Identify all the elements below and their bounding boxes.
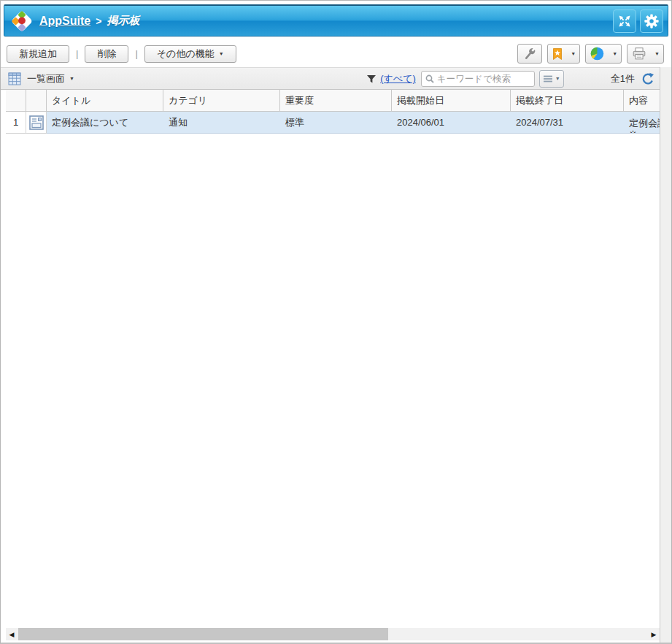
table-header-row: タイトル カテゴリ 重要度 掲載開始日 掲載終了日 内容 — [6, 90, 660, 112]
scroll-left-button[interactable]: ◀ — [6, 628, 18, 640]
column-header-end-date[interactable]: 掲載終了日 — [511, 90, 624, 111]
column-header-rownum — [6, 90, 26, 111]
app-titlebar: AppSuite > 掲示板 — [4, 4, 668, 37]
table-row[interactable]: 1 定例会議について 通知 標準 2024/06/01 2024/07/31 — [6, 112, 660, 134]
vertical-scrollbar-gutter — [660, 67, 671, 643]
gear-icon — [644, 13, 660, 29]
fullscreen-button[interactable] — [613, 9, 636, 33]
toolbar-divider: | — [76, 48, 78, 59]
app-window: AppSuite > 掲示板 — [0, 0, 672, 644]
bookmark-button[interactable]: ▼ — [547, 44, 580, 64]
appsuite-logo-icon — [10, 9, 34, 33]
search-box — [421, 71, 535, 87]
cell-title: 定例会議について — [47, 112, 163, 134]
record-icon-cell — [26, 112, 47, 134]
cell-start-date: 2024/06/01 — [392, 112, 511, 134]
column-header-content[interactable]: 内容 — [624, 90, 660, 111]
scrollbar-track[interactable] — [18, 628, 648, 640]
refresh-icon — [641, 72, 654, 85]
dropdown-arrow-icon: ▼ — [571, 51, 576, 56]
search-input[interactable] — [437, 74, 531, 84]
list-lines-icon — [543, 74, 553, 83]
dropdown-arrow-icon: ▼ — [219, 51, 224, 56]
cell-content: 定例会議 ※… — [624, 112, 660, 134]
column-header-importance[interactable]: 重要度 — [280, 90, 392, 111]
record-count: 全1件 — [611, 72, 635, 85]
empty-list-area — [1, 134, 660, 628]
settings-button[interactable] — [640, 9, 663, 33]
more-functions-button[interactable]: その他の機能 ▼ — [144, 45, 236, 63]
column-header-title[interactable]: タイトル — [47, 90, 163, 111]
horizontal-scrollbar: ◀ ▶ — [6, 628, 660, 640]
page: AppSuite > 掲示板 — [0, 0, 672, 644]
breadcrumb-separator: > — [96, 15, 101, 27]
chart-button[interactable]: ▼ — [585, 44, 622, 64]
filter-all-link[interactable]: (すべて) — [380, 72, 416, 85]
row-number-cell: 1 — [6, 112, 26, 134]
cell-importance: 標準 — [280, 112, 392, 134]
list-panel: 一覧画面 ▼ (すべて) — [1, 67, 660, 643]
toolbar: 新規追加 | 削除 | その他の機能 ▼ ▼ — [7, 44, 664, 64]
scroll-right-button[interactable]: ▶ — [648, 628, 660, 640]
breadcrumb-app-link[interactable]: AppSuite — [39, 15, 90, 28]
cell-end-date: 2024/07/31 — [511, 112, 624, 134]
column-header-start-date[interactable]: 掲載開始日 — [392, 90, 511, 111]
page-title: 掲示板 — [107, 14, 139, 28]
column-header-icon — [26, 90, 47, 111]
dropdown-arrow-icon: ▼ — [69, 76, 74, 81]
wrench-icon — [522, 46, 538, 62]
bookmark-star-icon — [552, 47, 563, 61]
sort-options-button[interactable]: ▼ — [539, 70, 564, 88]
app-settings-button[interactable] — [517, 44, 542, 64]
new-record-button[interactable]: 新規追加 — [7, 45, 69, 63]
dropdown-arrow-icon: ▼ — [612, 51, 617, 56]
delete-button[interactable]: 削除 — [85, 45, 128, 63]
search-icon — [425, 74, 435, 84]
pie-chart-icon — [590, 46, 605, 61]
dropdown-arrow-icon: ▼ — [555, 76, 560, 81]
cell-category: 通知 — [163, 112, 280, 134]
dropdown-arrow-icon: ▼ — [654, 51, 660, 56]
toolbar-divider: | — [135, 48, 137, 59]
more-functions-label: その他の機能 — [157, 47, 215, 61]
filter-funnel-icon[interactable] — [366, 73, 377, 85]
list-view-icon — [7, 72, 22, 86]
view-selector-label: 一覧画面 — [27, 72, 65, 85]
scrollbar-thumb[interactable] — [18, 628, 388, 640]
view-selector[interactable]: 一覧画面 ▼ — [27, 72, 74, 85]
list-control-bar: 一覧画面 ▼ (すべて) — [1, 67, 660, 90]
printer-icon — [631, 46, 647, 62]
refresh-button[interactable] — [641, 72, 654, 85]
print-button[interactable]: ▼ — [627, 44, 664, 64]
cell-content-line2: ※… — [629, 129, 660, 134]
expand-arrows-icon — [617, 14, 632, 28]
cell-content-line1: 定例会議 — [629, 118, 660, 129]
record-form-icon — [28, 115, 45, 131]
column-header-category[interactable]: カテゴリ — [163, 90, 280, 111]
main-area: 一覧画面 ▼ (すべて) — [1, 67, 671, 643]
